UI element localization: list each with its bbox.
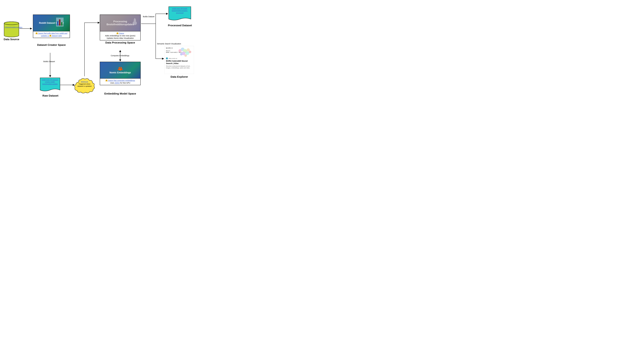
creator-space-body-link[interactable]: 🤗 Space that pulls data from reddit and … <box>36 32 67 37</box>
raw-dataset-label: Raw Dataset <box>38 94 63 97</box>
creator-space-label: Dataset Creator Space <box>33 43 70 46</box>
svg-rect-4 <box>59 20 61 26</box>
embedding-space-label: Embedding Model Space <box>100 92 141 95</box>
explorer-label: Data Explorer <box>165 75 194 78</box>
flame-icon <box>132 18 138 25</box>
svg-point-13 <box>180 53 183 56</box>
embedding-space-card: 🦀 Nomic Embeddings 🤗 Space that computes… <box>100 62 141 85</box>
diagram-canvas: /r/bestofredditorupdates Data Source Red… <box>0 0 199 102</box>
creator-space-card: Reddit Dataset Creator 🤗 Space that pull… <box>33 14 70 38</box>
crab-icon: 🦀 <box>118 66 123 71</box>
atlas-square-icon <box>166 58 168 59</box>
data-source-link[interactable]: /r/bestofredditorupdates <box>5 26 22 28</box>
embedding-space-line2-pre: Uses <box>110 82 115 84</box>
processing-space-banner: Processing Bestofredditorupdates <box>100 15 140 31</box>
svg-rect-5 <box>61 22 63 26</box>
processed-dataset-link[interactable]: reddit-tools-HF/reddit-bestofredditorupd… <box>172 8 188 14</box>
explorer-card[interactable]: NOMIC boru/ BORU Subreddit Neural Search… <box>165 46 194 74</box>
processing-space-label: Data Processing Space <box>100 41 141 44</box>
creator-space-banner: Reddit Dataset Creator <box>33 15 70 31</box>
svg-rect-3 <box>57 21 59 26</box>
svg-point-12 <box>189 51 191 53</box>
processing-space-line2: Updates Nomic Atlas Visualization <box>107 37 134 39</box>
edge-semantic-search: Semantic Search Visualization <box>157 43 181 45</box>
processing-space-body-link[interactable]: 🤗 Space <box>116 32 124 34</box>
data-source-label: Data Source <box>0 38 23 41</box>
atlas-viz-icon <box>178 47 193 58</box>
webhook-cloud: Webhook Triggered when dataset is update… <box>74 76 95 94</box>
edge-builds-dataset-1: Builds Dataset <box>43 60 55 62</box>
embedding-space-banner: 🦀 Nomic Embeddings <box>100 62 140 78</box>
svg-point-14 <box>184 54 187 57</box>
embedding-space-title: Nomic Embeddings <box>110 71 131 74</box>
raw-dataset-link[interactable]: reddit-tools-HF/dataset-creator-reddit-b… <box>42 79 58 85</box>
processed-dataset-doc: reddit-tools-HF/reddit-bestofredditorupd… <box>168 6 191 22</box>
webhook-desc: Triggered when dataset is updated <box>78 83 92 87</box>
embedding-space-body-link[interactable]: 🤗 Space that computes embeddings <box>105 80 135 82</box>
processing-space-card: Processing Bestofredditorupdates 🤗 Space… <box>100 14 141 40</box>
explorer-title: BORU Subreddit Neural Search | Atlas <box>166 60 193 65</box>
processing-space-line1: Adds embeddings to new rows (posts) <box>105 35 135 37</box>
processed-dataset-label: Processed Dataset <box>166 24 194 27</box>
raw-dataset-doc: reddit-tools-HF/dataset-creator-reddit-b… <box>40 78 60 93</box>
edge-computes-embeddings: Computes Embeddings <box>111 54 129 57</box>
atlas-domain: atlas.nomic.ai <box>169 58 177 59</box>
edge-builds-dataset-2: Builds Dataset <box>143 16 154 18</box>
explorer-desc: Structure unstructured datasets of text,… <box>166 65 193 69</box>
embedding-zero-link[interactable]: ZERO <box>115 82 120 84</box>
bar-chart-icon <box>56 18 64 26</box>
embedding-space-line2-post: for free GPU <box>120 82 130 84</box>
webhook-link[interactable]: Webhook <box>81 81 88 83</box>
data-source-cylinder: /r/bestofredditorupdates <box>4 22 19 37</box>
